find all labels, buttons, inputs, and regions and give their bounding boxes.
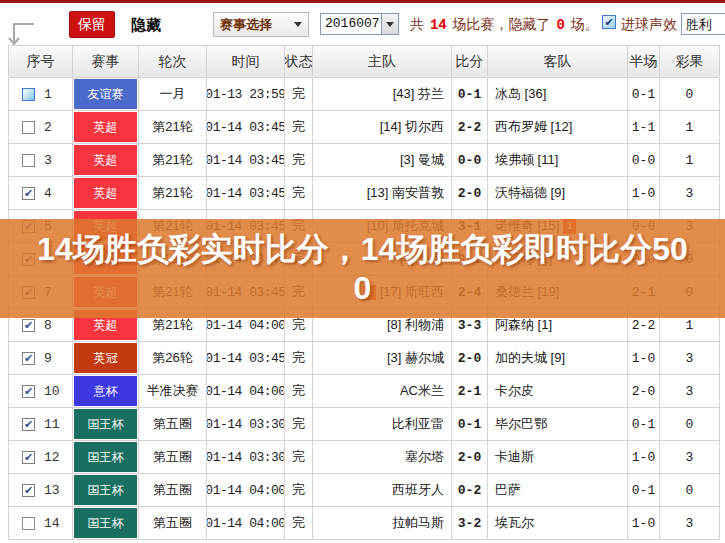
score-cell: 3-2 xyxy=(452,507,488,539)
league-cell: 国王杯 xyxy=(73,441,139,473)
score-cell: 0-1 xyxy=(452,408,488,440)
status-cell: 完 xyxy=(285,408,313,440)
issue-select[interactable]: 2016007 xyxy=(320,13,399,35)
row-checkbox[interactable]: ✔ xyxy=(22,352,35,365)
match-row: ✔ 11 国王杯 第五圈 01-14 03:30 完 比利亚雷 0-1 毕尔巴鄂… xyxy=(9,408,720,441)
away-team-name: 卡迪斯 xyxy=(495,448,534,466)
home-team-name: [43] 芬兰 xyxy=(393,85,444,103)
away-team-cell: 加的夫城 [9] xyxy=(488,342,628,374)
score-cell: 2-0 xyxy=(452,441,488,473)
time-cell: 01-14 03:45 xyxy=(207,144,285,176)
result-cell: 0 xyxy=(660,408,720,440)
seq-cell: 1 xyxy=(9,78,73,110)
score-cell: 2-2 xyxy=(452,111,488,143)
row-checkbox[interactable]: ✔ xyxy=(22,319,35,332)
row-checkbox[interactable]: ✔ xyxy=(22,187,35,200)
seq-cell: ✔ 11 xyxy=(9,408,73,440)
seq-cell: ✔ 4 xyxy=(9,177,73,209)
row-number: 2 xyxy=(44,120,52,135)
league-cell: 英冠 xyxy=(73,342,139,374)
away-team-cell: 埃弗顿 [11] xyxy=(488,144,628,176)
status-cell: 完 xyxy=(285,144,313,176)
watermark-line-2: 0 xyxy=(354,269,372,308)
home-team-cell: [43] 芬兰 xyxy=(313,78,452,110)
row-number: 11 xyxy=(44,417,60,432)
league-select-button[interactable]: 赛事选择 xyxy=(213,12,309,37)
result-cell: 3 xyxy=(660,441,720,473)
row-number: 8 xyxy=(44,318,52,333)
away-team-name: 沃特福德 [9] xyxy=(495,184,565,202)
away-team-name: 阿森纳 [1] xyxy=(495,316,552,334)
home-team-cell: 拉帕马斯 xyxy=(313,507,452,539)
home-team-cell: AC米兰 xyxy=(313,375,452,407)
away-team-name: 埃弗顿 [11] xyxy=(495,151,558,169)
goal-sound-select[interactable]: 胜利 xyxy=(681,13,725,35)
hide-button[interactable]: 隐藏 xyxy=(131,16,161,35)
result-cell: 1 xyxy=(660,144,720,176)
score-cell: 2-1 xyxy=(452,375,488,407)
round-cell: 第21轮 xyxy=(139,177,207,209)
home-team-cell: 塞尔塔 xyxy=(313,441,452,473)
league-select-label: 赛事选择 xyxy=(220,16,272,34)
row-number: 13 xyxy=(44,483,60,498)
league-cell: 意杯 xyxy=(73,375,139,407)
home-team-name: 塞尔塔 xyxy=(405,448,444,466)
league-badge: 英超 xyxy=(74,178,137,208)
match-row: 3 英超 第21轮 01-14 03:45 完 [3] 曼城 0-0 埃弗顿 [… xyxy=(9,144,720,177)
halftime-cell: 1-0 xyxy=(628,507,660,539)
row-checkbox[interactable] xyxy=(22,154,35,167)
row-checkbox[interactable]: ✔ xyxy=(22,484,35,497)
goal-sound-checkbox[interactable]: ✔ xyxy=(602,15,616,29)
row-checkbox[interactable] xyxy=(22,517,35,530)
match-row: 14 国王杯 第五圈 01-14 04:00 完 拉帕马斯 3-2 埃瓦尔 1-… xyxy=(9,507,720,540)
seq-cell: ✔ 10 xyxy=(9,375,73,407)
away-team-cell: 埃瓦尔 xyxy=(488,507,628,539)
away-team-name: 毕尔巴鄂 xyxy=(495,415,547,433)
header-cell: 主队 xyxy=(313,46,452,77)
round-cell: 第五圈 xyxy=(139,408,207,440)
header-cell: 客队 xyxy=(488,46,628,77)
home-team-name: 比利亚雷 xyxy=(392,415,444,433)
league-badge: 国王杯 xyxy=(74,409,137,439)
row-number: 1 xyxy=(44,87,52,102)
halftime-cell: 1-0 xyxy=(628,177,660,209)
home-team-name: [14] 切尔西 xyxy=(380,118,444,136)
row-checkbox[interactable]: ✔ xyxy=(22,418,35,431)
round-cell: 第五圈 xyxy=(139,474,207,506)
header-cell: 状态 xyxy=(285,46,313,77)
match-count-text: 共 14 场比赛，隐藏了 0 场。 xyxy=(410,16,599,34)
away-team-name: 加的夫城 [9] xyxy=(495,349,565,367)
row-checkbox[interactable] xyxy=(22,88,35,101)
result-cell: 3 xyxy=(660,342,720,374)
result-cell: 0 xyxy=(660,78,720,110)
header-cell: 比分 xyxy=(452,46,488,77)
seq-cell: 2 xyxy=(9,111,73,143)
home-team-name: [3] 赫尔城 xyxy=(387,349,444,367)
status-cell: 完 xyxy=(285,78,313,110)
watermark-line-1: 14场胜负彩实时比分，14场胜负彩即时比分50 xyxy=(37,230,688,269)
time-cell: 01-14 03:30 xyxy=(207,441,285,473)
hidden-count-number: 0 xyxy=(554,17,566,33)
row-checkbox[interactable] xyxy=(22,121,35,134)
home-team-name: 西班牙人 xyxy=(392,481,444,499)
result-cell: 3 xyxy=(660,177,720,209)
halftime-cell: 1-1 xyxy=(628,111,660,143)
row-number: 3 xyxy=(44,153,52,168)
status-cell: 完 xyxy=(285,474,313,506)
away-team-name: 埃瓦尔 xyxy=(495,514,534,532)
keep-button[interactable]: 保留 xyxy=(69,11,115,38)
row-checkbox[interactable]: ✔ xyxy=(22,385,35,398)
home-team-cell: 西班牙人 xyxy=(313,474,452,506)
row-checkbox[interactable]: ✔ xyxy=(22,451,35,464)
row-number: 4 xyxy=(44,186,52,201)
halftime-cell: 0-0 xyxy=(628,144,660,176)
away-team-cell: 冰岛 [36] xyxy=(488,78,628,110)
league-badge: 国王杯 xyxy=(74,442,137,472)
status-cell: 完 xyxy=(285,441,313,473)
time-cell: 01-14 04:00 xyxy=(207,474,285,506)
issue-select-arrow-icon[interactable] xyxy=(381,14,398,34)
match-row: ✔ 10 意杯 半准决赛 01-14 04:00 完 AC米兰 2-1 卡尔皮 … xyxy=(9,375,720,408)
league-badge: 友谊赛 xyxy=(74,79,137,109)
halftime-cell: 0-1 xyxy=(628,474,660,506)
seq-cell: 3 xyxy=(9,144,73,176)
